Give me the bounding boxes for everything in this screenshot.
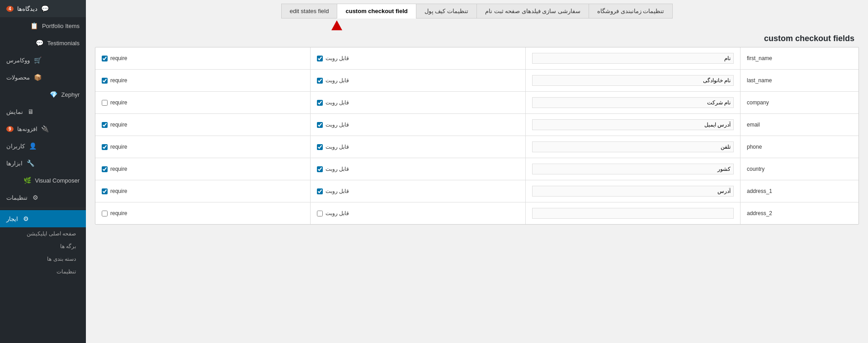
label-input-cell[interactable] — [525, 92, 740, 114]
visible-cell[interactable]: قابل روبت — [311, 92, 525, 114]
sidebar-item-label: محصولات — [6, 74, 30, 81]
sidebar-item-ijarah[interactable]: ⚙ ایجار — [0, 210, 86, 227]
label-input[interactable] — [532, 75, 734, 86]
require-checkbox[interactable] — [102, 78, 108, 84]
require-cell[interactable]: require — [95, 47, 311, 70]
require-label[interactable]: require — [102, 77, 304, 84]
users-icon: 👤 — [28, 142, 37, 150]
visible-cell[interactable]: قابل روبت — [311, 202, 525, 225]
label-input[interactable] — [532, 164, 734, 174]
label-input-cell[interactable] — [525, 202, 740, 225]
visible-checkbox[interactable] — [317, 122, 323, 128]
require-cell[interactable]: require — [95, 180, 311, 202]
visible-checkbox[interactable] — [317, 78, 323, 84]
sidebar-item-label: ابزارها — [6, 160, 23, 167]
require-checkbox[interactable] — [102, 211, 108, 216]
require-cell[interactable]: require — [95, 202, 311, 225]
sidebar-item-tools[interactable]: 🔧 ابزارها — [0, 155, 86, 172]
visible-cell[interactable]: قابل روبت — [311, 47, 525, 70]
visible-cell[interactable]: قابل روبت — [311, 70, 525, 92]
require-text: require — [110, 210, 127, 216]
label-input-cell[interactable] — [525, 136, 740, 158]
visible-checkbox[interactable] — [317, 211, 323, 216]
require-text: require — [110, 99, 127, 106]
tab-edit-states[interactable]: edit states field — [281, 4, 337, 19]
require-cell[interactable]: require — [95, 158, 311, 180]
table-row: countryقابل روبتrequire — [95, 158, 859, 180]
field-name-cell: email — [740, 114, 859, 136]
table-row: last_nameقابل روبتrequire — [95, 70, 859, 92]
visible-cell[interactable]: قابل روبت — [311, 114, 525, 136]
sidebar-sub-item-categories[interactable]: دسته بندی ها — [0, 253, 86, 265]
visible-cell[interactable]: قابل روبت — [311, 136, 525, 158]
label-input[interactable] — [532, 97, 734, 108]
require-cell[interactable]: require — [95, 114, 311, 136]
visible-label[interactable]: قابل روبت — [317, 122, 519, 128]
visible-cell[interactable]: قابل روبت — [311, 180, 525, 202]
require-checkbox[interactable] — [102, 188, 108, 194]
visible-checkbox[interactable] — [317, 56, 323, 61]
tab-registration-fields[interactable]: سفارشی سازی فیلدهای صفحه ثبت نام — [476, 4, 589, 19]
sidebar-item-testimonials[interactable]: 💬 Testimonials — [0, 34, 86, 52]
sidebar-item-display[interactable]: 🖥 نمایش — [0, 103, 86, 120]
visible-checkbox[interactable] — [317, 188, 323, 194]
require-label[interactable]: require — [102, 210, 304, 216]
require-cell[interactable]: require — [95, 92, 311, 114]
tab-wallet-settings[interactable]: تنظیمات کیف پول — [416, 4, 476, 19]
sidebar-item-dashboard[interactable]: 💬 دیدگاه‌ها 4 — [0, 0, 86, 17]
tab-store-settings[interactable]: تنظیمات زمانبندی فروشگاه — [589, 4, 673, 19]
visible-text: قابل روبت — [326, 188, 349, 194]
sidebar-item-plugins[interactable]: 🔌 افزونه‌ها 9 — [0, 120, 86, 137]
require-label[interactable]: require — [102, 122, 304, 128]
label-input-cell[interactable] — [525, 158, 740, 180]
visible-checkbox[interactable] — [317, 166, 323, 172]
visible-label[interactable]: قابل روبت — [317, 166, 519, 172]
label-input[interactable] — [532, 186, 734, 197]
sidebar-item-label: کاربران — [6, 143, 25, 150]
visible-checkbox[interactable] — [317, 144, 323, 150]
label-input-cell[interactable] — [525, 180, 740, 202]
label-input-cell[interactable] — [525, 47, 740, 70]
sidebar-item-zephyr[interactable]: 💎 Zephyr — [0, 86, 86, 103]
label-input[interactable] — [532, 119, 734, 130]
visible-label[interactable]: قابل روبت — [317, 99, 519, 106]
sidebar-item-portfolio[interactable]: 📋 Portfolio Items — [0, 17, 86, 34]
label-input[interactable] — [532, 141, 734, 152]
sidebar-item-settings[interactable]: ⚙ تنظیمات — [0, 189, 86, 206]
require-text: require — [110, 144, 127, 150]
require-cell[interactable]: require — [95, 136, 311, 158]
tab-custom-checkout[interactable]: custom checkout field — [337, 4, 415, 19]
label-input[interactable] — [532, 208, 734, 219]
visible-cell[interactable]: قابل روبت — [311, 158, 525, 180]
require-label[interactable]: require — [102, 55, 304, 61]
sidebar-item-woocommerce[interactable]: 🛒 ووکامرس — [0, 52, 86, 69]
visible-checkbox[interactable] — [317, 100, 323, 106]
visible-label[interactable]: قابل روبت — [317, 77, 519, 84]
require-label[interactable]: require — [102, 99, 304, 106]
require-checkbox[interactable] — [102, 166, 108, 172]
sidebar-item-products[interactable]: 📦 محصولات — [0, 69, 86, 86]
visible-label[interactable]: قابل روبت — [317, 55, 519, 61]
sidebar-sub-item-main-page[interactable]: صفحه اصلی اپلیکیشن — [0, 227, 86, 240]
require-cell[interactable]: require — [95, 70, 311, 92]
visible-label[interactable]: قابل روبت — [317, 144, 519, 150]
require-label[interactable]: require — [102, 144, 304, 150]
require-text: require — [110, 122, 127, 128]
sidebar-item-users[interactable]: 👤 کاربران — [0, 137, 86, 155]
label-input-cell[interactable] — [525, 114, 740, 136]
sidebar-sub-item-sub-settings[interactable]: تنظیمات — [0, 265, 86, 278]
require-checkbox[interactable] — [102, 100, 108, 106]
sidebar-item-label: Zephyr — [61, 91, 80, 98]
require-checkbox[interactable] — [102, 56, 108, 61]
require-label[interactable]: require — [102, 188, 304, 194]
label-input-cell[interactable] — [525, 70, 740, 92]
sidebar-sub-item-pages[interactable]: برگه ها — [0, 240, 86, 253]
visible-label[interactable]: قابل روبت — [317, 210, 519, 216]
sidebar-item-visual-composer[interactable]: 🌿 Visual Composer — [0, 172, 86, 189]
label-input[interactable] — [532, 53, 734, 64]
require-label[interactable]: require — [102, 166, 304, 172]
visible-label[interactable]: قابل روبت — [317, 188, 519, 194]
display-icon: 🖥 — [27, 108, 35, 116]
require-checkbox[interactable] — [102, 122, 108, 128]
require-checkbox[interactable] — [102, 144, 108, 150]
